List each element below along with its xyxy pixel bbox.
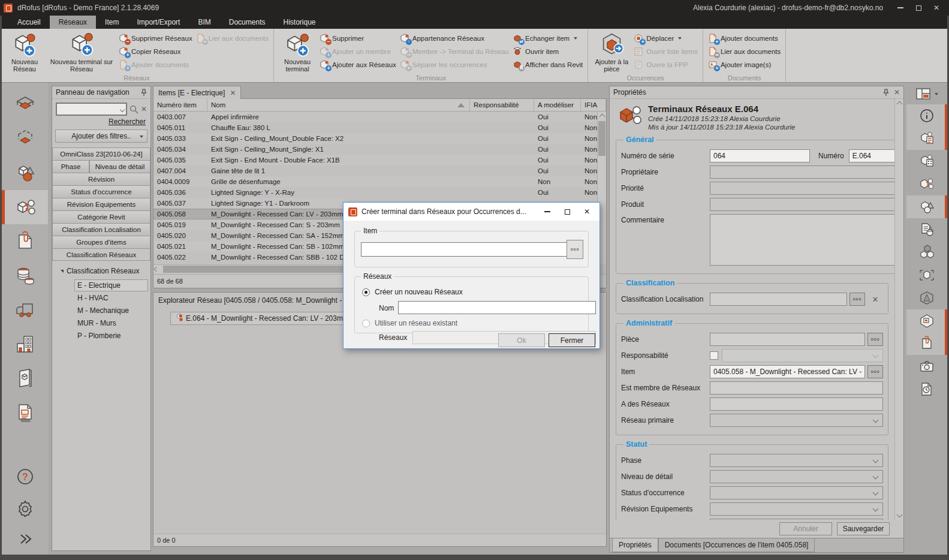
tree-node-murs[interactable]: MUR - Murs <box>75 317 148 329</box>
docs-add-documents-button[interactable]: + Ajouter documents <box>708 32 781 44</box>
filter-categorie-revit[interactable]: Catégorie Revit <box>52 210 150 223</box>
table-row[interactable]: 0405.011Chauffe Eau: 380 LOuiNon <box>153 122 606 133</box>
search-link[interactable]: Rechercher <box>52 118 146 126</box>
responsabilite-checkbox[interactable] <box>710 351 718 360</box>
toolbar-cube-cone-button[interactable] <box>906 287 947 309</box>
table-row[interactable]: 0405.036Lighted Signage: Y - X-RayOuiNon <box>153 187 606 198</box>
table-row[interactable]: 0405.035Exit Sign - End Mount - Double F… <box>153 155 606 165</box>
table-row[interactable]: 0403.007Appel infirmièreOuiNon <box>153 112 606 122</box>
tree-expand-icon[interactable] <box>61 270 64 273</box>
has-networks-input[interactable] <box>710 398 883 411</box>
tab-item[interactable]: Item <box>96 16 128 29</box>
toolbar-network-button[interactable] <box>906 173 947 195</box>
clear-search-icon[interactable]: ✕ <box>141 106 147 113</box>
search-history-chevron-icon[interactable] <box>120 107 125 112</box>
sidebar-item-finance[interactable] <box>2 258 48 293</box>
cancel-button[interactable]: Annuler <box>779 522 832 535</box>
new-terminal-button[interactable]: Nouveau terminal <box>279 31 316 74</box>
toolbar-cubes-button[interactable] <box>906 241 947 264</box>
dialog-name-input[interactable] <box>398 301 596 314</box>
col-responsabilite[interactable]: Responsabilité <box>470 99 534 111</box>
delete-terminal-button[interactable]: − Supprimer <box>320 32 396 44</box>
dialog-item-input[interactable] <box>361 242 571 257</box>
items-document-tab[interactable]: Items [E - Electrique] ✕ <box>153 86 241 99</box>
new-network-button[interactable]: Nouveau Réseau <box>5 31 44 74</box>
save-button[interactable]: Sauvegarder <box>837 522 890 535</box>
toolbar-attachment-button[interactable] <box>906 332 947 355</box>
add-filters-dropdown[interactable]: Ajouter des filtres.. <box>55 130 147 143</box>
toolbar-3d-view-button[interactable] <box>906 264 947 287</box>
pin-icon[interactable] <box>883 89 889 97</box>
comment-textarea[interactable] <box>710 214 894 266</box>
phase-select[interactable] <box>710 454 883 467</box>
sidebar-item-reseaux[interactable] <box>2 190 48 224</box>
tab-bim[interactable]: BIM <box>189 16 219 29</box>
tab-historique[interactable]: Historique <box>274 16 324 29</box>
expand-sidebar-button[interactable] <box>2 523 48 555</box>
toolbar-camera-button[interactable] <box>906 355 947 378</box>
tab-documents[interactable]: Documents <box>220 16 275 29</box>
tab-proprietes[interactable]: Propriétés <box>612 538 658 552</box>
table-row[interactable]: 0405.034Exit Sign - Ceiling_Mount_Single… <box>153 144 606 155</box>
add-to-networks-button[interactable]: + Ajouter aux Réseaux <box>320 59 396 70</box>
scroll-left-icon[interactable] <box>154 267 159 272</box>
minimize-button[interactable] <box>891 2 909 14</box>
priority-select[interactable] <box>710 182 894 195</box>
scroll-down-icon[interactable] <box>895 511 903 520</box>
sidebar-item-catalog[interactable] <box>2 361 48 395</box>
sidebar-item-building[interactable] <box>2 327 48 361</box>
tab-import-export[interactable]: Import/Export <box>128 16 189 29</box>
move-button[interactable]: + Déplacer <box>634 32 698 44</box>
maximize-button[interactable] <box>909 2 927 14</box>
sidebar-item-items[interactable] <box>2 156 48 190</box>
classification-browse-button[interactable]: ooo <box>849 293 865 306</box>
dialog-item-browse-button[interactable]: ooo <box>567 240 583 259</box>
sidebar-item-reports[interactable] <box>2 395 48 429</box>
scroll-thumb[interactable] <box>598 121 605 156</box>
occurrence-status-select[interactable] <box>710 486 883 499</box>
filter-revision-equipements[interactable]: Révision Equipements <box>52 198 150 210</box>
equipment-revision-select[interactable] <box>710 502 883 516</box>
tab-reseaux[interactable]: Réseaux <box>50 16 96 29</box>
dialog-close-button[interactable]: ✕ <box>579 205 595 218</box>
exchange-item-button[interactable]: ⇄ Echanger item <box>513 32 583 44</box>
copy-networks-button[interactable]: + Copier Réseaux <box>119 46 192 57</box>
close-button[interactable]: ✕ <box>927 2 945 14</box>
radio-use-existing-network[interactable]: Utiliser un réseau existant <box>362 319 457 327</box>
classification-clear-button[interactable]: ✕ <box>867 293 883 306</box>
filter-omniclass[interactable]: OmniClass 23[2010-06-24] <box>52 147 150 160</box>
detail-level-select[interactable] <box>710 470 883 483</box>
filter-classification-localisation[interactable]: Classification Localisation <box>52 223 150 236</box>
network-membership-button[interactable]: ◦ Appartenance Réseaux <box>400 32 509 44</box>
add-to-room-button[interactable]: Ajouter à la pièce <box>593 31 630 74</box>
network-explorer-item[interactable]: E.064 - M_Downlight - Recessed Can: LV -… <box>170 312 360 325</box>
item-input[interactable] <box>710 365 865 378</box>
help-button[interactable]: ? <box>2 461 48 492</box>
tree-node-hvac[interactable]: H - HVAC <box>75 292 148 304</box>
sidebar-item-attachments[interactable] <box>2 224 48 258</box>
add-images-button[interactable]: + Ajouter image(s) <box>708 59 781 70</box>
col-ifia[interactable]: IFIA <box>581 99 606 111</box>
room-browse-button[interactable]: ooo <box>867 333 883 346</box>
settings-button[interactable] <box>2 492 48 523</box>
table-row[interactable]: 0407.004Gaine tête de lit 1OuiNon <box>153 165 606 176</box>
properties-scrollbar[interactable] <box>894 99 903 520</box>
scroll-up-icon[interactable] <box>895 99 903 108</box>
serial-input[interactable] <box>710 149 810 162</box>
layout-selector-button[interactable] <box>906 84 947 104</box>
sidebar-item-room-templates[interactable] <box>2 122 48 156</box>
toolbar-items-button[interactable] <box>906 195 947 218</box>
new-terminal-on-network-button[interactable]: Nouveau terminal sur Réseau <box>48 31 115 74</box>
filter-status-occurrence[interactable]: Status d'occurrence <box>52 185 150 198</box>
radio-create-new-network[interactable]: Créer un nouveau Réseaux <box>362 288 463 296</box>
scroll-up-icon[interactable] <box>598 112 606 121</box>
tree-node-mechanique[interactable]: M - Mechanique <box>75 305 148 317</box>
fermer-button[interactable]: Fermer <box>549 333 595 347</box>
number-input[interactable] <box>849 149 894 162</box>
primary-network-select[interactable] <box>710 414 883 427</box>
filter-classification-reseaux[interactable]: Classification Réseaux <box>52 248 150 261</box>
item-browse-button[interactable]: ooo <box>867 365 883 378</box>
col-a-modeliser[interactable]: A modéliser <box>534 99 581 111</box>
toolbar-item-matrix-button[interactable] <box>906 150 947 173</box>
dialog-maximize-button[interactable] <box>559 205 575 218</box>
